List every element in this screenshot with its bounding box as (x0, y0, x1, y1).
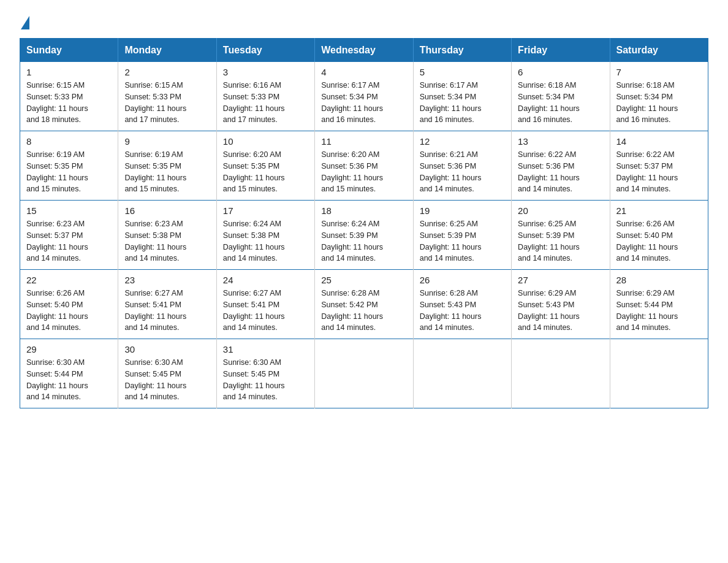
day-number: 31 (223, 344, 308, 354)
calendar-header-row: SundayMondayTuesdayWednesdayThursdayFrid… (20, 39, 708, 63)
weekday-header-monday: Monday (118, 39, 216, 63)
day-info: Sunrise: 6:15 AMSunset: 5:33 PMDaylight:… (26, 80, 112, 126)
day-info: Sunrise: 6:17 AMSunset: 5:34 PMDaylight:… (420, 80, 505, 126)
day-number: 17 (223, 205, 308, 216)
day-info: Sunrise: 6:29 AMSunset: 5:43 PMDaylight:… (518, 288, 603, 334)
day-number: 27 (518, 275, 603, 285)
day-number: 22 (26, 275, 112, 285)
weekday-header-wednesday: Wednesday (315, 39, 413, 63)
calendar-cell (610, 339, 708, 408)
day-number: 9 (124, 136, 210, 147)
weekday-header-saturday: Saturday (610, 39, 708, 63)
day-info: Sunrise: 6:17 AMSunset: 5:34 PMDaylight:… (321, 80, 406, 126)
calendar-cell: 10Sunrise: 6:20 AMSunset: 5:35 PMDayligh… (216, 131, 314, 201)
day-number: 19 (420, 205, 505, 216)
calendar-cell: 7Sunrise: 6:18 AMSunset: 5:34 PMDaylight… (610, 62, 708, 131)
calendar-cell (315, 339, 413, 408)
calendar-cell: 25Sunrise: 6:28 AMSunset: 5:42 PMDayligh… (315, 270, 413, 339)
calendar-cell: 21Sunrise: 6:26 AMSunset: 5:40 PMDayligh… (610, 201, 708, 270)
calendar-week-row: 29Sunrise: 6:30 AMSunset: 5:44 PMDayligh… (20, 339, 708, 408)
day-number: 3 (223, 67, 308, 77)
day-number: 14 (616, 136, 702, 147)
weekday-header-thursday: Thursday (413, 39, 511, 63)
calendar-table: SundayMondayTuesdayWednesdayThursdayFrid… (20, 38, 708, 408)
calendar-cell: 26Sunrise: 6:28 AMSunset: 5:43 PMDayligh… (413, 270, 511, 339)
day-info: Sunrise: 6:18 AMSunset: 5:34 PMDaylight:… (616, 80, 702, 126)
calendar-cell: 2Sunrise: 6:15 AMSunset: 5:33 PMDaylight… (118, 62, 216, 131)
day-number: 5 (420, 67, 505, 77)
calendar-cell: 6Sunrise: 6:18 AMSunset: 5:34 PMDaylight… (512, 62, 610, 131)
day-number: 26 (420, 275, 505, 285)
calendar-cell: 16Sunrise: 6:23 AMSunset: 5:38 PMDayligh… (118, 201, 216, 270)
calendar-cell: 9Sunrise: 6:19 AMSunset: 5:35 PMDaylight… (118, 131, 216, 201)
day-number: 30 (124, 344, 210, 354)
day-info: Sunrise: 6:23 AMSunset: 5:37 PMDaylight:… (26, 218, 112, 264)
day-info: Sunrise: 6:27 AMSunset: 5:41 PMDaylight:… (223, 288, 308, 334)
day-number: 12 (420, 136, 505, 147)
day-number: 24 (223, 275, 308, 285)
day-number: 8 (26, 136, 112, 147)
calendar-week-row: 22Sunrise: 6:26 AMSunset: 5:40 PMDayligh… (20, 270, 708, 339)
day-number: 2 (124, 67, 210, 77)
calendar-cell: 28Sunrise: 6:29 AMSunset: 5:44 PMDayligh… (610, 270, 708, 339)
day-info: Sunrise: 6:28 AMSunset: 5:43 PMDaylight:… (420, 288, 505, 334)
calendar-cell: 31Sunrise: 6:30 AMSunset: 5:45 PMDayligh… (216, 339, 314, 408)
day-number: 28 (616, 275, 702, 285)
calendar-cell: 24Sunrise: 6:27 AMSunset: 5:41 PMDayligh… (216, 270, 314, 339)
day-info: Sunrise: 6:15 AMSunset: 5:33 PMDaylight:… (124, 80, 210, 126)
calendar-week-row: 8Sunrise: 6:19 AMSunset: 5:35 PMDaylight… (20, 131, 708, 201)
calendar-cell: 11Sunrise: 6:20 AMSunset: 5:36 PMDayligh… (315, 131, 413, 201)
day-number: 21 (616, 205, 702, 216)
calendar-week-row: 15Sunrise: 6:23 AMSunset: 5:37 PMDayligh… (20, 201, 708, 270)
calendar-body: 1Sunrise: 6:15 AMSunset: 5:33 PMDaylight… (20, 62, 708, 408)
day-info: Sunrise: 6:24 AMSunset: 5:38 PMDaylight:… (223, 218, 308, 264)
calendar-cell: 14Sunrise: 6:22 AMSunset: 5:37 PMDayligh… (610, 131, 708, 201)
day-number: 10 (223, 136, 308, 147)
calendar-cell: 8Sunrise: 6:19 AMSunset: 5:35 PMDaylight… (20, 131, 118, 201)
day-number: 23 (124, 275, 210, 285)
day-info: Sunrise: 6:28 AMSunset: 5:42 PMDaylight:… (321, 288, 406, 334)
day-number: 15 (26, 205, 112, 216)
calendar-cell: 5Sunrise: 6:17 AMSunset: 5:34 PMDaylight… (413, 62, 511, 131)
calendar-cell: 17Sunrise: 6:24 AMSunset: 5:38 PMDayligh… (216, 201, 314, 270)
day-number: 1 (26, 67, 112, 77)
logo (20, 15, 29, 28)
calendar-cell (413, 339, 511, 408)
day-info: Sunrise: 6:26 AMSunset: 5:40 PMDaylight:… (26, 288, 112, 334)
day-number: 20 (518, 205, 603, 216)
calendar-cell: 19Sunrise: 6:25 AMSunset: 5:39 PMDayligh… (413, 201, 511, 270)
day-number: 16 (124, 205, 210, 216)
day-info: Sunrise: 6:18 AMSunset: 5:34 PMDaylight:… (518, 80, 603, 126)
page-header (20, 15, 708, 28)
calendar-cell: 1Sunrise: 6:15 AMSunset: 5:33 PMDaylight… (20, 62, 118, 131)
day-info: Sunrise: 6:29 AMSunset: 5:44 PMDaylight:… (616, 288, 702, 334)
day-number: 18 (321, 205, 406, 216)
day-info: Sunrise: 6:23 AMSunset: 5:38 PMDaylight:… (124, 218, 210, 264)
calendar-cell: 22Sunrise: 6:26 AMSunset: 5:40 PMDayligh… (20, 270, 118, 339)
calendar-week-row: 1Sunrise: 6:15 AMSunset: 5:33 PMDaylight… (20, 62, 708, 131)
day-number: 11 (321, 136, 406, 147)
day-info: Sunrise: 6:27 AMSunset: 5:41 PMDaylight:… (124, 288, 210, 334)
day-info: Sunrise: 6:22 AMSunset: 5:37 PMDaylight:… (616, 149, 702, 195)
calendar-cell: 13Sunrise: 6:22 AMSunset: 5:36 PMDayligh… (512, 131, 610, 201)
day-info: Sunrise: 6:22 AMSunset: 5:36 PMDaylight:… (518, 149, 603, 195)
day-info: Sunrise: 6:21 AMSunset: 5:36 PMDaylight:… (420, 149, 505, 195)
day-info: Sunrise: 6:20 AMSunset: 5:36 PMDaylight:… (321, 149, 406, 195)
day-number: 29 (26, 344, 112, 354)
day-info: Sunrise: 6:24 AMSunset: 5:39 PMDaylight:… (321, 218, 406, 264)
calendar-cell: 27Sunrise: 6:29 AMSunset: 5:43 PMDayligh… (512, 270, 610, 339)
day-number: 7 (616, 67, 702, 77)
day-number: 6 (518, 67, 603, 77)
day-number: 13 (518, 136, 603, 147)
weekday-header-sunday: Sunday (20, 39, 118, 63)
day-info: Sunrise: 6:19 AMSunset: 5:35 PMDaylight:… (26, 149, 112, 195)
calendar-cell: 20Sunrise: 6:25 AMSunset: 5:39 PMDayligh… (512, 201, 610, 270)
logo-triangle-icon (21, 16, 29, 29)
day-info: Sunrise: 6:19 AMSunset: 5:35 PMDaylight:… (124, 149, 210, 195)
day-info: Sunrise: 6:16 AMSunset: 5:33 PMDaylight:… (223, 80, 308, 126)
calendar-cell: 18Sunrise: 6:24 AMSunset: 5:39 PMDayligh… (315, 201, 413, 270)
calendar-cell: 30Sunrise: 6:30 AMSunset: 5:45 PMDayligh… (118, 339, 216, 408)
day-info: Sunrise: 6:30 AMSunset: 5:44 PMDaylight:… (26, 357, 112, 403)
calendar-cell: 15Sunrise: 6:23 AMSunset: 5:37 PMDayligh… (20, 201, 118, 270)
calendar-cell: 29Sunrise: 6:30 AMSunset: 5:44 PMDayligh… (20, 339, 118, 408)
